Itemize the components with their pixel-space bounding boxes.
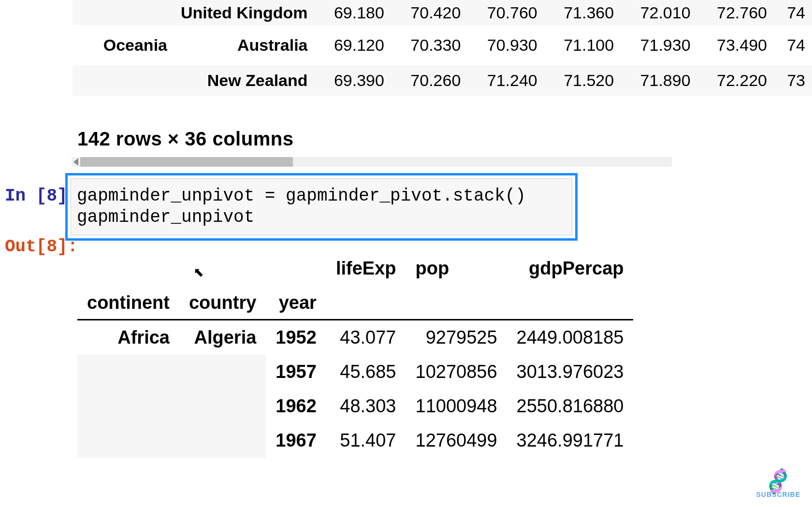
table-row: Africa Algeria 1952 43.077 9279525 2449.… (77, 320, 633, 355)
lifeexp-cell: 45.685 (326, 355, 406, 389)
col-header: pop (406, 251, 507, 286)
value-cell: 70.420 (391, 0, 467, 25)
dataframe-shape-label: 142 rows × 36 columns (77, 128, 293, 150)
continent-cell: Oceania (72, 25, 174, 65)
pivot-table-fragment: United Kingdom 69.180 70.420 70.760 71.3… (72, 0, 812, 96)
country-cell (179, 423, 266, 458)
value-cell: 70.930 (467, 25, 544, 65)
pop-cell: 12760499 (406, 423, 507, 458)
code-editor[interactable]: gapminder_unpivot = gapminder_pivot.stac… (71, 178, 572, 235)
gdp-cell: 2449.008185 (507, 320, 634, 355)
value-cell: 71.890 (621, 65, 697, 96)
continent-cell: Africa (77, 320, 179, 355)
country-cell: Australia (174, 25, 315, 65)
table-row: Oceania Australia 69.120 70.330 70.930 7… (72, 25, 812, 65)
gdp-cell: 3013.976023 (507, 355, 634, 389)
index-header: year (266, 286, 326, 320)
year-cell: 1962 (266, 389, 326, 423)
scrollbar-thumb[interactable] (80, 157, 293, 167)
country-cell (179, 389, 266, 423)
col-header (326, 286, 406, 320)
table-row: New Zealand 69.390 70.260 71.240 71.520 … (72, 65, 812, 96)
table-row: 1962 48.303 11000948 2550.816880 (77, 389, 633, 423)
header-row: lifeExp pop gdpPercap (77, 251, 633, 286)
output-table: lifeExp pop gdpPercap continent country … (77, 251, 633, 458)
value-cell: 69.390 (315, 65, 391, 96)
col-header (77, 251, 179, 286)
continent-cell (72, 65, 174, 96)
col-header: lifeExp (326, 251, 406, 286)
country-cell: Algeria (179, 320, 266, 355)
value-cell: 72.760 (697, 0, 774, 25)
lifeexp-cell: 51.407 (326, 423, 406, 458)
year-cell: 1952 (266, 320, 326, 355)
pop-cell: 11000948 (406, 389, 507, 423)
value-cell: 70.760 (467, 0, 544, 25)
value-cell: 70.330 (391, 25, 467, 65)
value-cell: 71.360 (544, 0, 621, 25)
value-cell: 74 (774, 25, 812, 65)
table-row: United Kingdom 69.180 70.420 70.760 71.3… (72, 0, 812, 25)
value-cell: 74 (774, 0, 812, 25)
lifeexp-cell: 48.303 (326, 389, 406, 423)
dna-icon: 🧬 (764, 469, 793, 493)
col-header: gdpPercap (507, 251, 634, 286)
year-cell: 1967 (266, 423, 326, 458)
continent-cell (72, 0, 174, 25)
col-header (507, 286, 634, 320)
value-cell: 73.490 (697, 25, 774, 65)
country-cell: New Zealand (174, 65, 315, 96)
table-row: 1967 51.407 12760499 3246.991771 (77, 423, 633, 458)
value-cell: 72.010 (621, 0, 697, 25)
lifeexp-cell: 43.077 (326, 320, 406, 355)
index-header: country (179, 286, 266, 320)
index-header: continent (77, 286, 179, 320)
subscribe-badge[interactable]: 🧬 SUBSCRIBE (756, 472, 800, 498)
col-header (179, 251, 266, 286)
horizontal-scrollbar[interactable] (72, 157, 672, 167)
value-cell: 71.930 (621, 25, 697, 65)
value-cell: 73 (774, 65, 812, 96)
table-row: 1957 45.685 10270856 3013.976023 (77, 355, 633, 389)
gdp-cell: 3246.991771 (507, 423, 634, 458)
output-prompt: Out[8]: (5, 237, 78, 257)
continent-cell (77, 389, 179, 423)
value-cell: 72.220 (697, 65, 774, 96)
col-header (406, 286, 507, 320)
value-cell: 71.240 (467, 65, 544, 96)
code-cell-selected[interactable]: gapminder_unpivot = gapminder_pivot.stac… (65, 173, 578, 241)
value-cell: 69.120 (315, 25, 391, 65)
pop-cell: 9279525 (406, 320, 507, 355)
scroll-left-icon[interactable] (73, 158, 78, 166)
country-cell: United Kingdom (174, 0, 315, 25)
value-cell: 71.100 (544, 25, 621, 65)
col-header (266, 251, 326, 286)
gdp-cell: 2550.816880 (507, 389, 634, 423)
pivot-table: United Kingdom 69.180 70.420 70.760 71.3… (72, 0, 812, 96)
header-row: continent country year (77, 286, 633, 320)
value-cell: 70.260 (391, 65, 467, 96)
pop-cell: 10270856 (406, 355, 507, 389)
value-cell: 71.520 (544, 65, 621, 96)
continent-cell (77, 423, 179, 458)
continent-cell (77, 355, 179, 389)
output-table-wrap: lifeExp pop gdpPercap continent country … (77, 251, 594, 458)
country-cell (179, 355, 266, 389)
year-cell: 1957 (266, 355, 326, 389)
value-cell: 69.180 (315, 0, 391, 25)
